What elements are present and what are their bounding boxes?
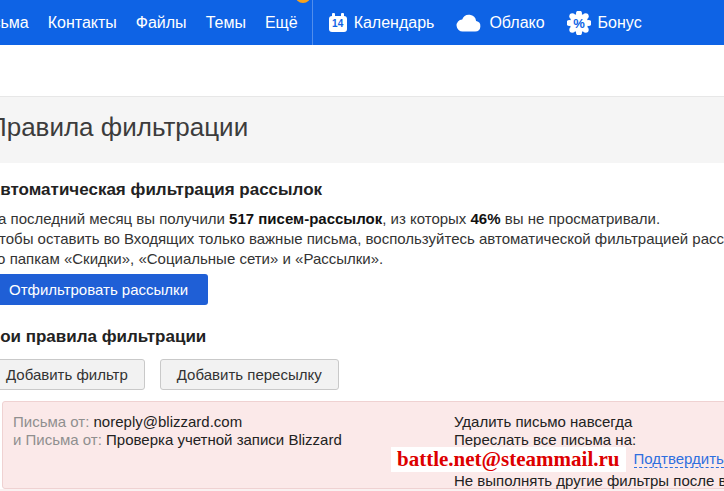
condition-label: и Письма от:	[13, 431, 102, 448]
forward-email-row: battle.net@steammail.ru Подтвердить	[391, 446, 724, 472]
top-nav: Письма Контакты Файлы Темы Ещё 3 14 Кале…	[0, 0, 724, 45]
summary-text: вы не просматривали.	[501, 210, 661, 227]
action-stop-other-filters: Не выполнять другие фильтры после выпол	[454, 472, 724, 490]
unread-percent: 46%	[471, 210, 501, 227]
nav-divider	[312, 0, 313, 45]
summary-text: , из которых	[382, 210, 470, 227]
calendar-label: Календарь	[354, 14, 435, 32]
cloud-label: Облако	[489, 14, 544, 32]
nav-item-more[interactable]: Ещё 3	[265, 0, 298, 45]
filter-rule-card[interactable]: Письма от: noreply@blizzard.com и Письма…	[2, 401, 724, 489]
add-forward-button[interactable]: Добавить пересылку	[160, 359, 339, 390]
filter-actions-row: Добавить фильтр Добавить пересылку	[0, 359, 724, 390]
forward-email-highlight: battle.net@steammail.ru	[391, 447, 626, 472]
page-header-band: Правила фильтрации	[0, 96, 724, 163]
condition-value: Проверка учетной записи Blizzard	[106, 431, 342, 448]
bonus-percent-icon: %	[567, 11, 591, 35]
nav-item-contacts[interactable]: Контакты	[48, 0, 117, 45]
confirm-forward-link[interactable]: Подтвердить	[634, 450, 724, 468]
nav-item-more-label: Ещё	[265, 14, 298, 31]
nav-item-files[interactable]: Файлы	[136, 0, 187, 45]
summary-text: За последний месяц вы получили	[0, 210, 229, 227]
cloud-icon	[456, 14, 482, 32]
auto-filter-heading: Автоматическая фильтрация рассылок	[0, 180, 724, 200]
nav-item-themes[interactable]: Темы	[206, 0, 246, 45]
filter-rule-actions: Удалить письмо навсегда Переслать все пи…	[454, 413, 724, 490]
nav-item-calendar[interactable]: 14 Календарь	[329, 14, 435, 32]
svg-text:%: %	[573, 15, 585, 30]
mailings-count: 517 писем-рассылок	[229, 210, 382, 227]
filter-mailings-button[interactable]: Отфильтровать рассылки	[0, 274, 208, 305]
bonus-label: Бонус	[598, 14, 642, 32]
auto-filter-summary-line: За последний месяц вы получили 517 писем…	[0, 209, 724, 229]
page-title: Правила фильтрации	[0, 112, 724, 143]
nav-item-letters[interactable]: Письма	[0, 0, 29, 45]
mail-nav-apps: 14 Календарь Облако	[329, 11, 642, 35]
auto-filter-description-line2: по папкам «Скидки», «Социальные сети» и …	[0, 249, 724, 269]
nav-item-cloud[interactable]: Облако	[456, 14, 544, 32]
add-filter-button[interactable]: Добавить фильтр	[0, 359, 145, 390]
mail-nav-links: Письма Контакты Файлы Темы Ещё 3	[0, 0, 298, 45]
calendar-icon: 14	[329, 16, 347, 32]
toolbar-spacer	[0, 45, 724, 96]
condition-label: Письма от:	[13, 413, 89, 430]
nav-item-bonus[interactable]: % Бонус	[567, 11, 642, 35]
my-filters-heading: Мои правила фильтрации	[0, 327, 724, 347]
action-delete-forever: Удалить письмо навсегда	[454, 413, 724, 431]
auto-filter-description-line1: Чтобы оставить во Входящих только важные…	[0, 229, 724, 249]
settings-content: Автоматическая фильтрация рассылок За по…	[0, 180, 724, 491]
notification-badge: 3	[295, 0, 311, 3]
condition-value: noreply@blizzard.com	[94, 413, 243, 430]
